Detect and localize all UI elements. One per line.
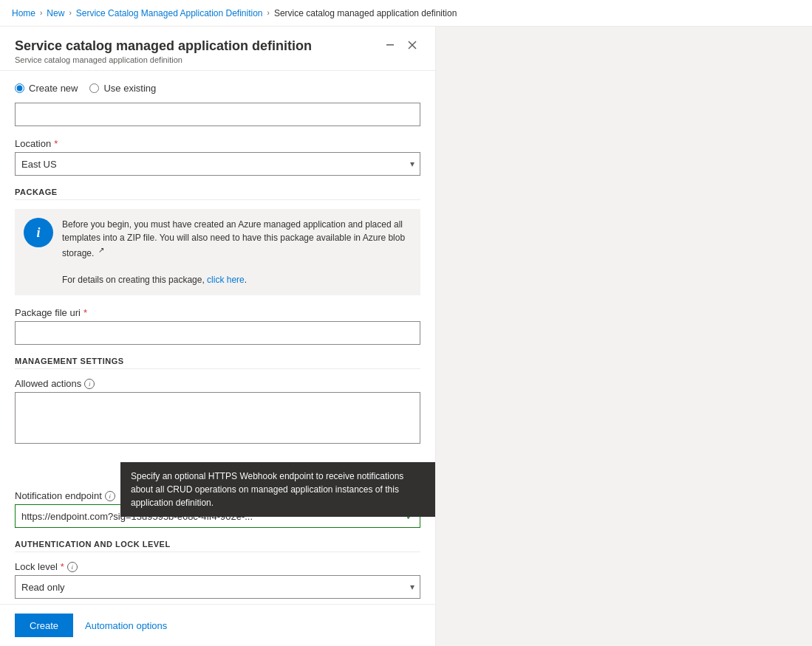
auth-section-header: AUTHENTICATION AND LOCK LEVEL xyxy=(15,540,420,552)
location-required: * xyxy=(54,138,58,149)
package-section-header: PACKAGE xyxy=(15,188,420,200)
breadcrumb-home[interactable]: Home xyxy=(12,8,35,18)
location-row: Location * East US West US West Europe xyxy=(15,138,420,176)
close-button[interactable] xyxy=(404,38,420,52)
lock-level-info-icon: i xyxy=(67,562,78,572)
location-label: Location * xyxy=(15,138,420,149)
allowed-actions-info-icon: i xyxy=(84,379,95,389)
automation-options-link[interactable]: Automation options xyxy=(85,620,167,631)
panel-header-actions xyxy=(382,38,420,52)
use-existing-radio[interactable] xyxy=(89,83,99,93)
lock-level-required: * xyxy=(61,561,64,572)
panel-content: Create new Use existing Location * xyxy=(0,71,435,604)
right-area xyxy=(436,27,812,646)
notification-endpoint-input-wrapper: ✓ xyxy=(15,504,420,528)
main-layout: Service catalog managed application defi… xyxy=(0,27,812,646)
resource-group-input[interactable] xyxy=(15,103,420,126)
allowed-actions-textarea[interactable] xyxy=(15,392,420,444)
notification-endpoint-label: Notification endpoint i xyxy=(15,490,420,501)
use-existing-label: Use existing xyxy=(103,83,156,94)
notification-endpoint-row: Notification endpoint i ✓ xyxy=(15,490,420,528)
svg-rect-0 xyxy=(386,44,394,46)
info-box-link[interactable]: click here xyxy=(207,275,245,285)
breadcrumb-sep-3: › xyxy=(267,9,270,17)
location-select-wrapper: East US West US West Europe xyxy=(15,152,420,176)
info-box-icon: i xyxy=(24,218,53,247)
panel-header: Service catalog managed application defi… xyxy=(0,27,435,71)
breadcrumb: Home › New › Service Catalog Managed App… xyxy=(0,0,812,27)
panel-title: Service catalog managed application defi… xyxy=(15,38,312,54)
notification-endpoint-input[interactable] xyxy=(15,504,420,528)
panel-footer: Create Automation options xyxy=(0,604,435,646)
panel: Service catalog managed application defi… xyxy=(0,27,436,646)
info-box-text2-prefix: For details on creating this package, xyxy=(62,275,207,285)
package-info-box: i Before you begin, you must have create… xyxy=(15,209,420,295)
minimize-button[interactable] xyxy=(382,38,398,52)
lock-level-label: Lock level * i xyxy=(15,561,420,572)
create-new-option[interactable]: Create new xyxy=(15,83,78,94)
create-button[interactable]: Create xyxy=(15,614,73,637)
panel-subtitle: Service catalog managed application defi… xyxy=(15,55,312,64)
lock-level-row: Lock level * i None CanNotDelete Read on… xyxy=(15,561,420,599)
info-box-external-icon: ↗ xyxy=(98,246,104,254)
resource-group-input-row xyxy=(15,103,420,126)
breadcrumb-service-catalog[interactable]: Service Catalog Managed Application Defi… xyxy=(76,8,263,18)
management-section-header: MANAGEMENT SETTINGS xyxy=(15,357,420,369)
lock-level-select-wrapper: None CanNotDelete Read only xyxy=(15,575,420,599)
lock-level-select[interactable]: None CanNotDelete Read only xyxy=(15,575,420,599)
allowed-actions-row: Allowed actions i xyxy=(15,378,420,446)
use-existing-option[interactable]: Use existing xyxy=(89,83,156,94)
breadcrumb-current: Service catalog managed application defi… xyxy=(274,8,457,18)
notification-validated-icon: ✓ xyxy=(406,510,414,522)
panel-header-text: Service catalog managed application defi… xyxy=(15,38,312,64)
allowed-actions-label: Allowed actions i xyxy=(15,378,420,389)
breadcrumb-sep-2: › xyxy=(69,9,71,17)
package-file-uri-label: Package file uri * xyxy=(15,307,420,318)
location-select[interactable]: East US West US West Europe xyxy=(15,152,420,176)
info-box-text1: Before you begin, you must have created … xyxy=(62,219,405,258)
create-new-radio[interactable] xyxy=(15,83,24,93)
resource-group-radio-group: Create new Use existing xyxy=(15,83,420,94)
breadcrumb-sep-1: › xyxy=(40,9,42,17)
create-new-label: Create new xyxy=(29,83,78,94)
info-box-text: Before you begin, you must have created … xyxy=(62,218,412,286)
package-file-uri-row: Package file uri * xyxy=(15,307,420,345)
breadcrumb-new[interactable]: New xyxy=(47,8,64,18)
package-file-uri-input[interactable] xyxy=(15,321,420,345)
notification-endpoint-info-icon: i xyxy=(105,491,115,501)
package-uri-required: * xyxy=(83,307,87,318)
